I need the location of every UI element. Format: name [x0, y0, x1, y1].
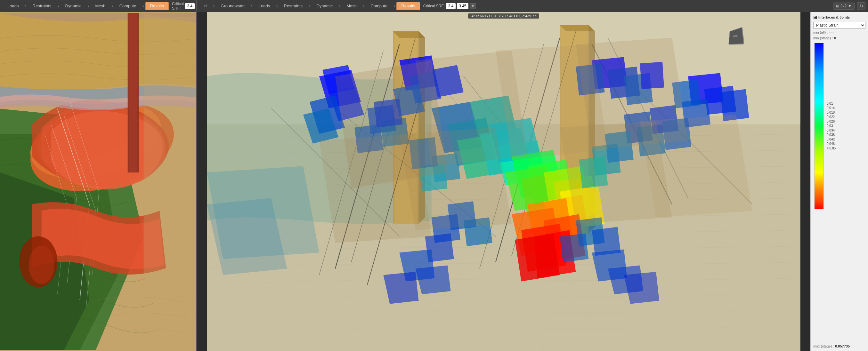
- divider: ›: [57, 3, 60, 9]
- colorbar-label-6: 0.034: [827, 128, 865, 133]
- colorbar-svg: [813, 43, 825, 209]
- legend-title: Interfaces & Joints: [818, 15, 850, 19]
- srf-dropdown-right[interactable]: ▼: [470, 3, 476, 9]
- left-scene-svg: [0, 12, 196, 351]
- tab-dynamic-right[interactable]: Dynamic: [312, 2, 338, 10]
- coord-display: At X: 669699.51, Y:7009481.01, Z:439.77: [468, 13, 539, 19]
- colorbar-label-5: 0.03: [827, 124, 865, 128]
- nav-cube[interactable]: N M: [727, 28, 749, 51]
- colorbar-label-4: 0.026: [827, 119, 865, 124]
- divider: ›: [338, 3, 341, 9]
- right-toolbar-right: ⊞ 2x2 ▼ ↻: [833, 2, 865, 10]
- nav-cube-inner: N M: [728, 27, 744, 45]
- colorbar-label-10: > 0.05: [827, 146, 865, 151]
- divider: ›: [362, 3, 365, 9]
- colorbar-label-8: 0.042: [827, 137, 865, 142]
- divider: ›: [142, 3, 145, 9]
- legend-title-row: ⊞ Interfaces & Joints: [813, 15, 865, 20]
- tab-compute-left[interactable]: Compute: [115, 2, 141, 10]
- svg-marker-121: [399, 128, 512, 230]
- divider: ›: [308, 3, 311, 9]
- legend-dropdown-row: Plastic Strain: [813, 22, 865, 29]
- divider: ›: [212, 3, 215, 9]
- divider: ›: [111, 3, 114, 9]
- svg-rect-126: [814, 43, 824, 209]
- colorbar-label-0: 0.01: [827, 101, 865, 106]
- legend-min-stage: min (stage) : 0: [813, 36, 865, 40]
- tab-groundwater[interactable]: Groundwater: [216, 2, 249, 10]
- divider: ›: [250, 3, 253, 9]
- tab-rt[interactable]: rt: [199, 2, 212, 10]
- refresh-icon: ↻: [859, 3, 863, 9]
- svg-rect-10: [129, 13, 137, 172]
- refresh-button[interactable]: ↻: [857, 2, 865, 10]
- grid-dropdown-icon: ▼: [848, 4, 852, 8]
- tab-dynamic-left[interactable]: Dynamic: [61, 2, 87, 10]
- tab-mesh-right[interactable]: Mesh: [342, 2, 362, 10]
- legend-panel: ⊞ Interfaces & Joints Plastic Strain min…: [810, 12, 868, 351]
- divider: ›: [87, 3, 90, 9]
- colorbar-label-9: 0.046: [827, 142, 865, 146]
- grid-button[interactable]: ⊞ 2x2 ▼: [833, 3, 855, 9]
- srf-label-left: Critical SRF:: [172, 2, 184, 10]
- colorbar-container: 0.01 0.014 0.018 0.022 0.026 0.03 0.034 …: [813, 43, 865, 342]
- grid-icon: ⊞: [836, 4, 839, 8]
- left-toolbar: Loads › Restraints › Dynamic › Mesh › Co…: [0, 0, 196, 12]
- tab-mesh-left[interactable]: Mesh: [91, 2, 111, 10]
- tab-results-left[interactable]: Results: [145, 2, 169, 10]
- right-toolbar: rt › Groundwater › Loads › Restraints › …: [197, 0, 868, 12]
- srf-label-right: Critical SRF:: [423, 4, 445, 8]
- colorbar-label-1: 0.014: [827, 106, 865, 110]
- left-panel: Loads › Restraints › Dynamic › Mesh › Co…: [0, 0, 197, 351]
- tab-loads-right[interactable]: Loads: [254, 2, 275, 10]
- srf-value1-right[interactable]: 3.4: [446, 3, 456, 9]
- colorbar-labels: 0.01 0.014 0.018 0.022 0.026 0.03 0.034 …: [827, 101, 865, 151]
- svg-marker-88: [515, 233, 560, 281]
- divider: ›: [24, 3, 27, 9]
- left-viewport[interactable]: [0, 12, 196, 351]
- tab-restraints-left[interactable]: Restraints: [28, 2, 56, 10]
- main-content: Loads › Restraints › Dynamic › Mesh › Co…: [0, 0, 868, 351]
- tab-restraints-right[interactable]: Restraints: [279, 2, 308, 10]
- left-viewport-container: [0, 12, 196, 351]
- right-scene-svg: [197, 12, 810, 351]
- right-viewport-wrapper: At X: 669699.51, Y:7009481.01, Z:439.77 …: [197, 12, 868, 351]
- svg-marker-123: [640, 115, 752, 218]
- srf-value1-left[interactable]: 3.4: [185, 3, 195, 9]
- colorbar-label-7: 0.038: [827, 133, 865, 137]
- legend-max-stage: max (stage) : 0.057735: [813, 344, 865, 348]
- tab-loads-left[interactable]: Loads: [3, 2, 23, 10]
- grid-label: 2x2: [840, 4, 846, 8]
- divider: ›: [393, 3, 396, 9]
- tab-compute-right[interactable]: Compute: [366, 2, 392, 10]
- plastic-strain-select[interactable]: Plastic Strain: [813, 22, 865, 29]
- divider: ›: [275, 3, 278, 9]
- colorbar-label-2: 0.018: [827, 110, 865, 115]
- right-panel: rt › Groundwater › Loads › Restraints › …: [197, 0, 868, 351]
- svg-point-12: [29, 246, 55, 284]
- colorbar-label-3: 0.022: [827, 115, 865, 119]
- legend-icon: ⊞: [813, 15, 817, 20]
- tab-results-right[interactable]: Results: [396, 2, 420, 10]
- colorbar-row: 0.01 0.014 0.018 0.022 0.026 0.03 0.034 …: [813, 43, 865, 209]
- legend-min-all: min (all) : ----: [813, 30, 865, 34]
- srf-value2-right[interactable]: 3.45: [457, 3, 468, 9]
- right-viewport[interactable]: At X: 669699.51, Y:7009481.01, Z:439.77 …: [197, 12, 810, 351]
- svg-marker-108: [560, 233, 588, 262]
